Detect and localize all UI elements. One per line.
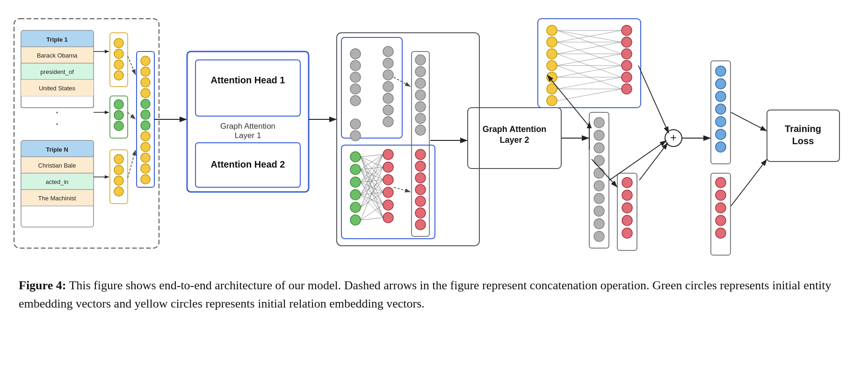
yc7	[114, 176, 123, 185]
fb4	[716, 104, 726, 114]
mcc4	[415, 90, 426, 100]
cb5	[141, 99, 150, 109]
main-container: Triple 1 Barack Obama president_of Unite…	[0, 0, 868, 367]
gc2	[114, 110, 123, 120]
ton-p4	[622, 60, 632, 71]
arrow-final-pink-to-loss	[731, 159, 767, 206]
yc3	[114, 60, 123, 69]
diagram-area: Triple 1 Barack Obama president_of Unite…	[5, 5, 863, 272]
gal2-label1: Graph Attention	[483, 125, 546, 134]
ton-p1	[622, 25, 632, 36]
rc1-9	[594, 219, 604, 229]
svg-line-39	[557, 42, 622, 54]
darrow2	[128, 112, 136, 119]
mg7	[350, 131, 361, 141]
relation-text: president_of	[40, 68, 74, 75]
cb8	[141, 132, 150, 141]
mo1	[383, 46, 393, 57]
fb3	[716, 91, 726, 102]
mcc12	[415, 196, 426, 206]
ton-y7	[547, 95, 557, 106]
yc4	[114, 71, 123, 80]
mg6	[350, 119, 361, 129]
rc2-1	[622, 177, 632, 188]
bn-g6	[350, 215, 361, 225]
entityN2-text: The Machinist	[38, 195, 76, 202]
ton-p3	[622, 49, 632, 59]
gc1	[114, 100, 123, 109]
bn-g3	[350, 177, 361, 187]
gal1-label-line1: Graph Attention	[220, 122, 275, 131]
arrow-col2-to-plus	[639, 143, 668, 180]
mo6	[383, 105, 393, 115]
darrow1	[128, 56, 136, 75]
entity1-text: Barack Obama	[37, 52, 78, 59]
fp2	[716, 190, 726, 200]
mo4	[383, 81, 393, 92]
gal1-label-line2: Layer 1	[235, 131, 261, 140]
mcc5	[415, 102, 426, 112]
ton-p2	[622, 37, 632, 47]
caption-area: Figure 4: This figure shows end-to-end a…	[19, 276, 851, 313]
mcc14	[415, 220, 426, 230]
bn-r2	[383, 162, 393, 172]
mcc7	[415, 125, 426, 135]
bn-r5	[383, 200, 393, 210]
ton-y3	[547, 49, 557, 59]
svg-line-47	[557, 77, 622, 89]
mcc9	[415, 161, 426, 171]
yc8	[114, 187, 123, 196]
bn-r6	[383, 213, 393, 223]
bn-g5	[350, 202, 361, 213]
cb4	[141, 88, 150, 98]
arrow-topnet-to-plus	[638, 66, 669, 133]
attn-head1-box	[195, 60, 300, 116]
cb2	[141, 67, 150, 76]
fp3	[716, 203, 726, 213]
relationN-text: acted_in	[45, 178, 68, 185]
network-lines	[361, 154, 383, 220]
rc2-3	[622, 203, 632, 213]
attn-head2-label: Attention Head 2	[211, 159, 285, 169]
mo2	[383, 58, 393, 68]
cb7	[141, 121, 150, 130]
architecture-diagram: Triple 1 Barack Obama president_of Unite…	[5, 5, 863, 272]
fp1	[716, 177, 726, 188]
rc2-4	[622, 215, 632, 226]
cb12	[141, 175, 150, 184]
mg3	[350, 72, 361, 82]
mo7	[383, 117, 393, 127]
cb1	[141, 56, 150, 66]
arrow-col1-to-plus	[609, 140, 666, 180]
yc5	[114, 154, 123, 164]
fb7	[716, 142, 726, 152]
triple1-label: Triple 1	[46, 36, 68, 43]
darrow3	[128, 150, 136, 178]
mcc8	[415, 149, 426, 160]
caption-text: Figure 4: This figure shows end-to-end a…	[19, 276, 851, 313]
mcc3	[415, 78, 426, 88]
mcc1	[415, 55, 426, 65]
rc2-2	[622, 190, 632, 200]
entity2-text: United States	[39, 85, 76, 92]
mg2	[350, 60, 361, 71]
ellipsis-dot2: ·	[56, 117, 59, 132]
mo5	[383, 93, 393, 103]
svg-line-15	[361, 154, 383, 182]
mcc11	[415, 184, 426, 195]
bn-r3	[383, 175, 393, 185]
rc2-5	[622, 228, 632, 238]
rc1-4	[594, 155, 604, 166]
concat-plus: +	[670, 131, 677, 144]
cb11	[141, 164, 150, 173]
ton-y4	[547, 60, 557, 71]
yc2	[114, 49, 123, 59]
bn-g4	[350, 190, 361, 200]
ton-y2	[547, 37, 557, 47]
yc6	[114, 165, 123, 175]
caption-body: This figure shows end-to-end architectur…	[19, 279, 832, 310]
rc1-6	[594, 181, 604, 191]
mg4	[350, 84, 361, 94]
fb6	[716, 129, 726, 139]
ton-p6	[622, 84, 632, 94]
